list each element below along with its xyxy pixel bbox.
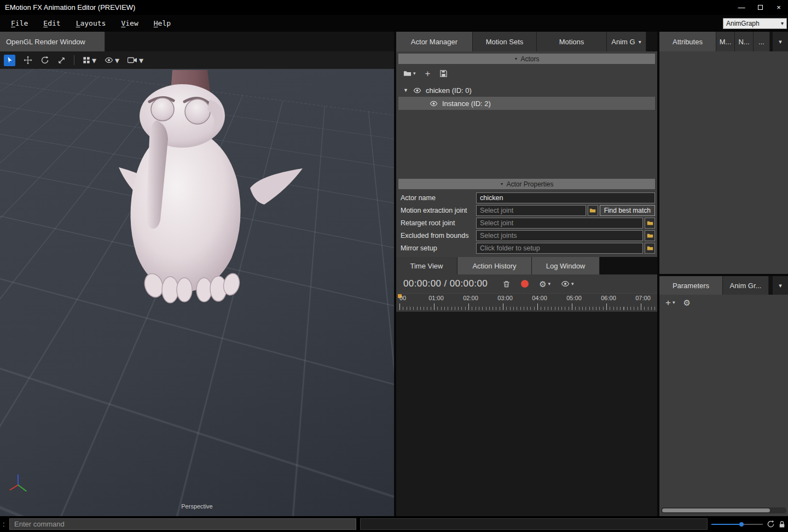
menu-edit[interactable]: Edit — [36, 16, 68, 30]
eye-icon — [105, 56, 113, 65]
joint-picker-button[interactable] — [588, 205, 598, 216]
minimize-icon: — — [738, 3, 745, 11]
actors-section-header[interactable]: ▼ Actors — [398, 54, 655, 64]
lock-button[interactable] — [779, 521, 785, 528]
timeline-ruler[interactable]: 00 01:00 02:00 03:00 04:00 05:00 06:00 0… — [396, 293, 657, 312]
tab-motions[interactable]: Motions — [537, 32, 607, 51]
tab-action-history[interactable]: Action History — [457, 257, 532, 274]
refresh-button[interactable] — [767, 520, 775, 528]
tab-actor-manager[interactable]: Actor Manager — [396, 32, 473, 51]
main-area: OpenGL Render Window ▾ ▾ ▾ — [0, 32, 788, 516]
folder-icon — [647, 245, 653, 252]
scale-tool-button[interactable] — [57, 56, 66, 65]
motion-extraction-joint-input[interactable] — [476, 205, 586, 216]
actor-label: chicken (ID: 0) — [426, 86, 472, 95]
property-row-motion-extraction-joint: Motion extraction joint Find best match — [398, 204, 655, 217]
record-button[interactable] — [521, 280, 529, 288]
tab-overflow[interactable]: ... — [754, 32, 770, 51]
track-visibility-button[interactable]: ▾ — [561, 279, 574, 288]
tab-parameters[interactable]: Parameters — [659, 276, 723, 295]
add-parameter-button[interactable]: +▾ — [665, 298, 675, 307]
scrollbar-thumb[interactable] — [662, 508, 770, 512]
rotate-tool-button[interactable] — [40, 56, 49, 65]
tab-time-view[interactable]: Time View — [396, 257, 457, 274]
minimize-button[interactable]: — — [732, 0, 751, 15]
trash-icon — [502, 280, 511, 288]
tab-list-dropdown-button[interactable]: ▾ — [773, 276, 788, 295]
property-row-mirror-setup: Mirror setup — [398, 242, 655, 254]
attributes-parameters-panel: Attributes M... N... ... ▾ Parameters An… — [659, 32, 788, 516]
command-input[interactable] — [9, 518, 356, 530]
window-title: EMotion FX Animation Editor (PREVIEW) — [0, 3, 135, 11]
excluded-from-bounds-input[interactable] — [476, 230, 643, 241]
actor-manager-body: ▼ Actors ▾ + ▼ chicken (ID: 0) Instance … — [396, 51, 657, 257]
actor-manager-panel: Actor Manager Motion Sets Motions Anim G… — [394, 32, 659, 516]
command-bar: : — [0, 516, 788, 532]
folder-icon — [647, 232, 653, 239]
mirror-setup-picker-button[interactable] — [645, 243, 655, 254]
parameter-settings-button[interactable]: ⚙ — [683, 299, 690, 307]
menu-file[interactable]: File — [3, 16, 36, 30]
tree-row-actor[interactable]: ▼ chicken (ID: 0) — [398, 84, 655, 97]
layout-menu-button[interactable]: ▾ — [83, 55, 96, 66]
find-best-match-button[interactable]: Find best match — [600, 205, 655, 216]
command-result-field[interactable] — [360, 518, 708, 530]
chicken-model[interactable] — [90, 69, 309, 326]
mirror-setup-input[interactable] — [476, 243, 643, 254]
visibility-menu-button[interactable]: ▾ — [105, 55, 119, 66]
actor-name-input[interactable] — [476, 192, 655, 203]
opengl-viewport[interactable]: Perspective — [0, 69, 394, 516]
tab-anim-graph-truncated[interactable]: Anim Gr... — [723, 276, 769, 295]
collapse-caret-icon: ▼ — [500, 182, 504, 186]
parameters-toolbar: +▾ ⚙ — [659, 295, 788, 310]
rotate-icon — [40, 56, 49, 65]
tree-row-instance[interactable]: Instance (ID: 2) — [398, 97, 655, 110]
perspective-label: Perspective — [181, 503, 212, 510]
tab-n-truncated[interactable]: N... — [735, 32, 754, 51]
menu-view[interactable]: View — [113, 16, 146, 30]
eye-icon[interactable] — [413, 86, 421, 95]
close-button[interactable]: × — [769, 0, 788, 15]
record-icon — [521, 280, 529, 288]
menu-layouts[interactable]: Layouts — [68, 16, 114, 30]
actor-properties-header[interactable]: ▼ Actor Properties — [398, 179, 655, 189]
parameters-pane — [659, 310, 788, 507]
animgraph-selector[interactable]: AnimGraph ▾ — [723, 18, 787, 29]
load-actor-button[interactable]: ▾ — [403, 69, 416, 78]
time-toolbar: 00:00:00 / 00:00:00 ⚙▾ ▾ — [396, 274, 657, 293]
maximize-button[interactable] — [751, 0, 769, 15]
render-window-panel: OpenGL Render Window ▾ ▾ ▾ — [0, 32, 394, 516]
create-instance-button[interactable]: + — [425, 69, 431, 78]
select-tool-button[interactable] — [4, 55, 15, 66]
chevron-down-icon: ▾ — [673, 300, 675, 305]
chevron-down-icon: ▾ — [639, 39, 641, 45]
time-panel-tabstrip: Time View Action History Log Window — [396, 257, 657, 274]
joint-picker-button[interactable] — [645, 218, 655, 229]
tab-list-dropdown-button[interactable]: ▾ — [773, 32, 788, 51]
eye-icon[interactable] — [430, 100, 438, 108]
clear-recording-button[interactable] — [502, 280, 511, 288]
save-button[interactable] — [439, 69, 448, 78]
tab-log-window[interactable]: Log Window — [532, 257, 600, 274]
timeline-track-area[interactable] — [396, 312, 657, 516]
tab-anim-graph[interactable]: Anim G▾ — [607, 32, 646, 51]
retarget-root-joint-input[interactable] — [476, 218, 643, 229]
actor-panel-tabstrip: Actor Manager Motion Sets Motions Anim G… — [396, 32, 657, 51]
slider-fill — [711, 524, 740, 525]
animgraph-selector-value: AnimGraph — [726, 20, 760, 27]
expand-caret-icon[interactable]: ▼ — [403, 87, 409, 93]
camera-icon — [128, 57, 137, 63]
tab-opengl-render-window[interactable]: OpenGL Render Window — [0, 32, 105, 51]
move-tool-button[interactable] — [24, 56, 32, 65]
zoom-slider[interactable] — [711, 521, 763, 528]
menu-help[interactable]: Help — [146, 16, 178, 30]
horizontal-scrollbar[interactable] — [661, 507, 786, 513]
recorder-settings-button[interactable]: ⚙▾ — [539, 280, 551, 288]
tab-attributes[interactable]: Attributes — [659, 32, 716, 51]
chevron-down-icon: ▾ — [781, 20, 784, 26]
joints-picker-button[interactable] — [645, 230, 655, 241]
tab-m-truncated[interactable]: M... — [716, 32, 735, 51]
slider-thumb[interactable] — [739, 522, 744, 527]
camera-menu-button[interactable]: ▾ — [128, 55, 143, 66]
tab-motion-sets[interactable]: Motion Sets — [473, 32, 537, 51]
